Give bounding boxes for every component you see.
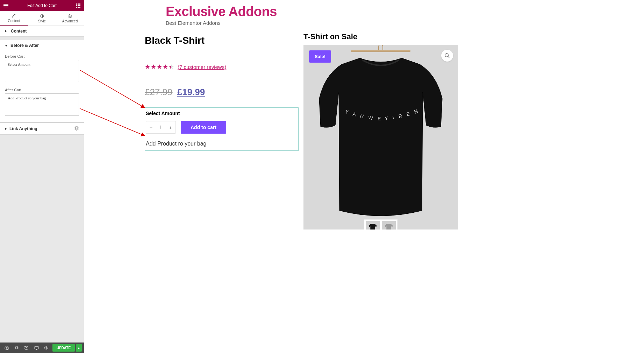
product-price: £27.99 £19.99	[145, 87, 299, 98]
tab-style[interactable]: Style	[28, 11, 56, 26]
quantity-stepper: − 1 +	[146, 121, 176, 134]
editor-canvas: Exclusive Addons Best Elementor Addons B…	[84, 0, 644, 353]
update-options-button[interactable]: ▴	[76, 344, 82, 352]
sidebar-tabs: Content Style Advanced	[0, 11, 84, 26]
history-icon[interactable]	[22, 343, 31, 353]
tab-content-label: Content	[8, 19, 20, 23]
svg-point-1	[70, 16, 71, 17]
section-before-after-head[interactable]: Before & After	[0, 40, 84, 51]
section-before-after: Before & After Before Cart After Cart	[0, 40, 84, 122]
contrast-icon	[40, 14, 44, 19]
star-icon: ★	[145, 63, 150, 71]
add-to-cart-button[interactable]: Add to cart	[181, 121, 226, 134]
add-to-cart-widget[interactable]: Select Amount − 1 + Add to cart Add Prod…	[145, 107, 299, 151]
svg-point-2	[6, 347, 7, 348]
site-title: Exclusive Addons	[166, 4, 277, 19]
navigator-icon[interactable]	[12, 343, 21, 353]
caret-down-icon	[5, 45, 8, 47]
site-brand: Exclusive Addons Best Elementor Addons	[166, 4, 277, 26]
section-link-anything-label: Link Anything	[9, 126, 37, 131]
update-button[interactable]: UPDATE	[52, 344, 75, 352]
responsive-icon[interactable]	[32, 343, 41, 353]
section-link-anything[interactable]: Link Anything	[0, 122, 84, 135]
stack-icon	[74, 126, 79, 132]
section-content-label: Content	[11, 29, 27, 34]
after-cart-text: Add Product ro your bag	[145, 141, 298, 147]
svg-point-5	[445, 54, 448, 57]
star-rating: ★ ★ ★ ★ ★	[145, 63, 174, 71]
product-rating: ★ ★ ★ ★ ★ (7 customer reviews)	[145, 63, 299, 71]
qty-increase-button[interactable]: +	[166, 125, 176, 130]
caret-right-icon	[5, 30, 8, 33]
settings-icon[interactable]	[2, 343, 11, 353]
product-gallery: T-Shirt on Sale Sale! Y A H W E H	[303, 32, 458, 230]
section-content[interactable]: Content	[0, 26, 84, 37]
annotation-arrow-before	[79, 66, 149, 112]
gallery-title: T-Shirt on Sale	[303, 32, 458, 41]
star-icon: ★	[151, 63, 156, 71]
pencil-icon	[12, 13, 16, 18]
svg-line-8	[80, 70, 145, 108]
product-summary: Black T-Shirt ★ ★ ★ ★ ★ (7 customer revi…	[145, 35, 299, 151]
thumbnail-grey[interactable]	[382, 221, 396, 230]
tab-advanced[interactable]: Advanced	[56, 11, 84, 26]
price-sale: £19.99	[177, 87, 205, 97]
star-icon: ★	[163, 63, 168, 71]
before-cart-label: Before Cart	[5, 54, 79, 58]
before-cart-text: Select Amount	[145, 111, 298, 116]
section-before-after-label: Before & After	[10, 43, 39, 48]
gallery-thumbnails	[364, 220, 397, 230]
tab-advanced-label: Advanced	[62, 19, 78, 23]
preview-icon[interactable]	[42, 343, 51, 353]
product-main-image[interactable]: Sale! Y A H W E H Y I R E H	[303, 45, 458, 230]
qty-decrease-button[interactable]: −	[146, 125, 156, 130]
svg-line-9	[80, 108, 145, 136]
caret-right-icon	[5, 127, 7, 130]
svg-point-4	[46, 347, 47, 348]
before-cart-input[interactable]	[5, 60, 79, 82]
product-title: Black T-Shirt	[145, 35, 299, 46]
annotation-arrow-after	[79, 105, 149, 140]
star-icon: ★	[157, 63, 162, 71]
sidebar-title: Edit Add to Cart	[9, 3, 75, 8]
tshirt-graphic: Y A H W E H Y I R E H	[318, 57, 444, 221]
svg-rect-3	[35, 346, 38, 349]
after-cart-label: After Cart	[5, 88, 79, 92]
tab-content[interactable]: Content	[0, 11, 28, 26]
after-cart-input[interactable]	[5, 93, 79, 116]
hamburger-icon[interactable]	[3, 2, 9, 9]
tab-style-label: Style	[38, 19, 46, 23]
empty-section-placeholder[interactable]	[144, 276, 511, 276]
sidebar-header: Edit Add to Cart	[0, 0, 84, 11]
site-tagline: Best Elementor Addons	[166, 20, 277, 26]
reviews-link[interactable]: (7 customer reviews)	[178, 64, 226, 70]
editor-sidebar: Edit Add to Cart Content Style Advanced	[0, 0, 84, 353]
price-original: £27.99	[145, 87, 173, 97]
thumbnail-black[interactable]	[366, 221, 380, 230]
sidebar-footer: UPDATE ▴	[0, 343, 84, 353]
qty-value[interactable]: 1	[156, 125, 166, 130]
widgets-grid-icon[interactable]	[75, 2, 81, 9]
star-half-icon: ★	[169, 63, 174, 71]
gear-icon	[68, 14, 72, 19]
